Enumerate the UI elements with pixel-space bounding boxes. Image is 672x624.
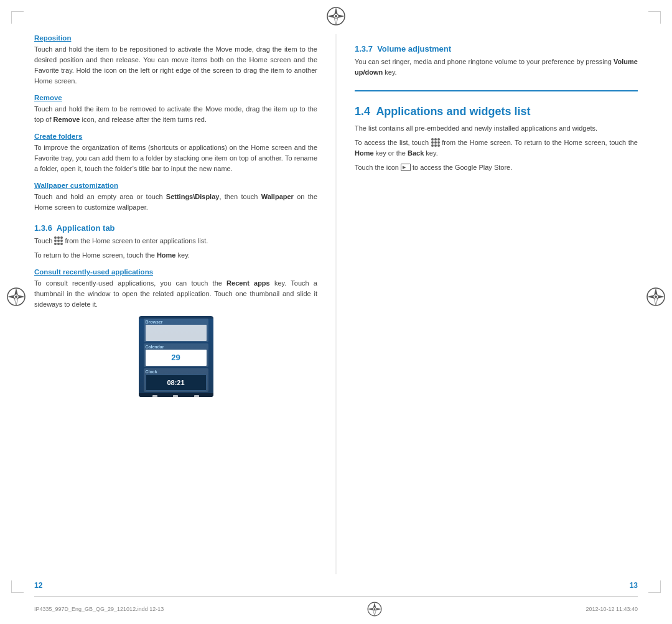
svg-marker-22 [368, 608, 373, 611]
svg-marker-23 [376, 608, 381, 611]
nav-menu [194, 395, 199, 397]
corner-mark-bl [11, 580, 24, 593]
clock-label: Clock [146, 370, 207, 374]
svg-marker-9 [14, 298, 18, 305]
remove-bold: Remove [54, 116, 80, 123]
left-column: Reposition Touch and hold the item to be… [34, 34, 324, 574]
para2-middle: from the Home screen. To return to the H… [442, 139, 638, 146]
wallpaper-bold1: Settings\Display [166, 193, 220, 200]
para2-prefix: To access the list, touch [355, 139, 431, 146]
remove-heading: Remove [34, 94, 317, 101]
svg-point-13 [655, 296, 657, 298]
bottom-bar: IP4335_997D_Eng_GB_QG_29_121012.indd 12-… [34, 596, 638, 618]
section-137-title: Volume adjustment [377, 44, 451, 54]
create-folders-heading: Create folders [34, 133, 317, 140]
section-136-para2-suffix: key. [175, 251, 189, 259]
calendar-date: 29 [171, 353, 180, 362]
consult-bold1: Recent apps [226, 279, 270, 287]
wallpaper-heading: Wallpaper customization [34, 182, 317, 189]
clock-time: 08:21 [167, 379, 184, 386]
consult-body: To consult recently-used applications, y… [34, 278, 317, 310]
section-136-prefix: Touch [34, 237, 54, 244]
remove-body: Touch and hold the item to be removed to… [34, 104, 317, 125]
section-136-para2: To return to the Home screen, touch the … [34, 250, 317, 261]
calendar-label: Calendar [146, 345, 207, 349]
section-14-title: Applications and widgets list [376, 105, 530, 118]
compass-right-icon [645, 286, 667, 308]
svg-marker-4 [327, 14, 335, 18]
apps-grid-icon [431, 138, 440, 147]
section-137-suffix: key. [383, 68, 396, 76]
section-137-heading: 1.3.7 Volume adjustment [355, 44, 638, 54]
section-137-number: 1.3.7 [355, 44, 373, 54]
create-folders-body: To improve the organization of items (sh… [34, 142, 317, 174]
footer: 12 13 [34, 581, 638, 590]
consult-prefix: To consult recently-used applications, y… [34, 279, 226, 287]
section-14-para2: To access the list, touch from the Home … [355, 137, 638, 159]
left-page-number: 12 [34, 581, 42, 590]
wallpaper-body: Touch and hold an empty area or touch Se… [34, 192, 317, 213]
section-136-heading: 1.3.6 Application tab [34, 223, 317, 233]
section-137-body: You can set ringer, media and phone ring… [355, 57, 638, 78]
page-container: Reposition Touch and hold the item to be… [0, 0, 672, 624]
right-page-number: 13 [630, 581, 638, 590]
svg-marker-21 [373, 610, 376, 616]
svg-marker-2 [334, 7, 338, 15]
corner-mark-br [648, 580, 661, 593]
consult-heading: Consult recently-used applications [34, 268, 317, 276]
para2-suffix: key. [424, 149, 437, 157]
svg-marker-16 [647, 295, 655, 299]
section-14-number: 1.4 [355, 105, 370, 118]
footer-file: IP4335_997D_Eng_GB_QG_29_121012.indd 12-… [34, 606, 164, 612]
para3-suffix: to access the Google Play Store. [413, 164, 512, 171]
screen-inner: Browser Calendar 29 Clock 08:2 [139, 319, 213, 397]
section-136-home: Home [157, 251, 176, 259]
para2-home: Home [355, 149, 374, 157]
section-137-prefix: You can set ringer, media and phone ring… [355, 58, 614, 65]
svg-marker-14 [654, 288, 658, 296]
wallpaper-middle: , then touch [219, 193, 261, 200]
svg-point-19 [374, 608, 376, 610]
section-136-title: Application tab [57, 223, 115, 233]
svg-marker-20 [373, 602, 376, 608]
section-14-para1: The list contains all pre-embedded and n… [355, 123, 638, 134]
play-store-icon [401, 164, 411, 171]
nav-back [152, 395, 157, 397]
compass-top-icon [325, 5, 347, 27]
corner-mark-tl [11, 11, 24, 24]
right-column: 1.3.7 Volume adjustment You can set ring… [348, 34, 638, 574]
svg-marker-15 [654, 298, 658, 305]
para2-back: Back [408, 149, 424, 157]
section-136-para2-prefix: To return to the Home screen, touch the [34, 251, 157, 259]
svg-marker-8 [14, 288, 18, 296]
remove-body-suffix: icon, and release after the item turns r… [80, 116, 207, 123]
svg-marker-5 [337, 14, 345, 18]
section-136-number: 1.3.6 [34, 223, 52, 233]
compass-left-icon [5, 286, 27, 308]
footer-date: 2012-10-12 11:43:40 [586, 606, 638, 612]
svg-point-7 [15, 296, 17, 298]
section-136-suffix: from the Home screen to enter applicatio… [65, 237, 208, 244]
nav-home [173, 395, 178, 397]
reposition-body: Touch and hold the item to be reposition… [34, 44, 317, 86]
svg-marker-10 [7, 295, 15, 299]
wallpaper-prefix: Touch and hold an empty area or touch [34, 193, 166, 200]
svg-point-1 [335, 15, 337, 17]
svg-marker-3 [334, 17, 338, 25]
para3-prefix: Touch the icon [355, 164, 401, 171]
screenshot-thumbnail: Browser Calendar 29 Clock 08:2 [139, 316, 213, 397]
para2-and: key or the [374, 149, 408, 157]
reposition-heading: Reposition [34, 34, 317, 42]
section-14-heading: 1.4 Applications and widgets list [355, 105, 638, 118]
corner-mark-tr [648, 11, 661, 24]
svg-marker-11 [17, 295, 25, 299]
section-14-container: 1.4 Applications and widgets list [355, 90, 638, 118]
grid-icon [54, 236, 63, 245]
wallpaper-bold2: Wallpaper [261, 193, 294, 200]
bottom-nav [139, 393, 213, 397]
browser-label: Browser [146, 320, 207, 324]
section-136-body: Touch from the Home screen to enter appl… [34, 236, 317, 246]
compass-bottom-icon [366, 600, 383, 618]
content-area: Reposition Touch and hold the item to be… [34, 34, 638, 574]
section-14-para3: Touch the icon to access the Google Play… [355, 162, 638, 173]
